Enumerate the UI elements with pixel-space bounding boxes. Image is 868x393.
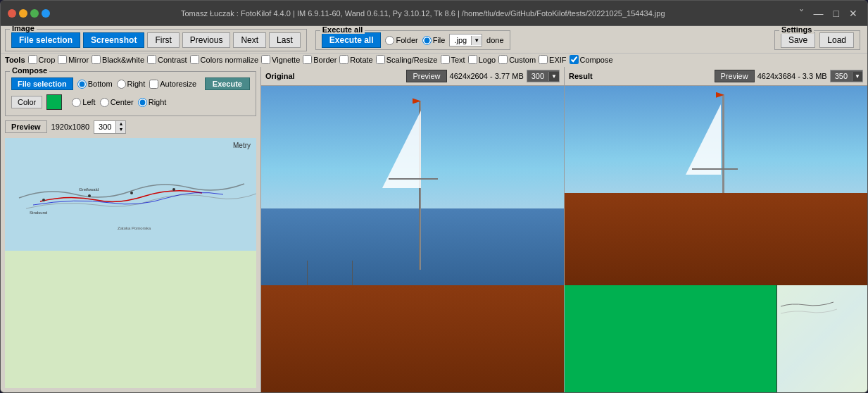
svg-rect-7 bbox=[777, 285, 867, 392]
right-align-label[interactable]: Right bbox=[149, 98, 167, 106]
dot-red bbox=[8, 9, 16, 18]
center-align-radio[interactable] bbox=[100, 98, 109, 107]
compose-spinner-down[interactable]: ▼ bbox=[116, 127, 125, 132]
original-preview-button[interactable]: Preview bbox=[406, 70, 446, 82]
compose-row-1: File selection Bottom Right Autoresize bbox=[11, 77, 250, 90]
mirror-checkbox[interactable] bbox=[58, 55, 67, 64]
left-panel: Compose File selection Bottom Right bbox=[1, 67, 261, 392]
compose-checkbox[interactable] bbox=[570, 55, 579, 64]
map-text-label: Metry bbox=[233, 142, 251, 149]
settings-group: Settings Save Load bbox=[774, 30, 860, 50]
last-button[interactable]: Last bbox=[269, 32, 301, 48]
compose-execute-button[interactable]: Execute bbox=[205, 77, 250, 90]
file-radio-label[interactable]: File bbox=[433, 36, 446, 44]
exif-checkbox[interactable] bbox=[539, 55, 548, 64]
result-panel-controls: Preview 4624x3684 - 3.3 MB 350 ▼ bbox=[715, 70, 863, 82]
rotate-checkbox[interactable] bbox=[339, 55, 348, 64]
compose-spinner[interactable]: 300 ▲ ▼ bbox=[94, 120, 126, 134]
custom-checkbox[interactable] bbox=[498, 55, 508, 64]
left-align-label[interactable]: Left bbox=[82, 98, 95, 106]
vignette-checkbox[interactable] bbox=[261, 55, 270, 64]
result-spinner-arrow-icon[interactable]: ▼ bbox=[852, 72, 862, 81]
right-radio[interactable] bbox=[117, 80, 126, 89]
close-button[interactable]: ✕ bbox=[846, 6, 860, 20]
bottom-section: Compose File selection Bottom Right bbox=[1, 67, 867, 392]
autoresize-label[interactable]: Autoresize bbox=[160, 80, 196, 88]
bottom-radio[interactable] bbox=[77, 80, 87, 89]
blackwhite-label[interactable]: Black&white bbox=[102, 56, 144, 64]
save-button[interactable]: Save bbox=[781, 32, 815, 48]
logo-checkbox[interactable] bbox=[468, 55, 477, 64]
crop-checkbox-item: Crop bbox=[28, 55, 56, 64]
svg-point-1 bbox=[88, 194, 91, 197]
compose-checkbox-item: Compose bbox=[570, 55, 613, 64]
file-radio[interactable] bbox=[422, 36, 432, 45]
logo-label[interactable]: Logo bbox=[479, 56, 496, 64]
compose-spinner-up[interactable]: ▲ bbox=[116, 121, 125, 127]
scaling-checkbox[interactable] bbox=[376, 55, 385, 64]
result-preview-button[interactable]: Preview bbox=[715, 70, 755, 82]
folder-radio-label[interactable]: Folder bbox=[396, 36, 417, 44]
rotate-label[interactable]: Rotate bbox=[350, 56, 372, 64]
svg-point-3 bbox=[172, 188, 175, 191]
original-spinner-arrow-icon[interactable]: ▼ bbox=[548, 72, 559, 81]
map-svg: Stralsund Greifswald Zatoka Pomorska bbox=[5, 138, 256, 388]
center-align-label[interactable]: Center bbox=[111, 98, 134, 106]
folder-radio[interactable] bbox=[385, 36, 394, 45]
compose-file-selection-button[interactable]: File selection bbox=[11, 77, 73, 90]
colorsnorm-checkbox[interactable] bbox=[190, 55, 199, 64]
file-format-select[interactable]: .jpg ▼ bbox=[449, 34, 482, 46]
left-align-radio[interactable] bbox=[72, 98, 81, 107]
scaling-label[interactable]: Scaling/Resize bbox=[386, 56, 438, 64]
right-radio-label[interactable]: Right bbox=[127, 80, 146, 88]
compose-label[interactable]: Compose bbox=[580, 56, 613, 64]
original-spinner[interactable]: 300 ▼ bbox=[527, 70, 560, 82]
exif-label[interactable]: EXIF bbox=[549, 56, 566, 64]
vignette-label[interactable]: Vignette bbox=[272, 56, 300, 64]
original-panel-title: Original bbox=[265, 72, 295, 80]
crop-label[interactable]: Crop bbox=[39, 56, 56, 64]
file-radio-item: File bbox=[422, 36, 446, 45]
mirror-label[interactable]: Mirror bbox=[68, 56, 89, 64]
execute-all-label: Execute all bbox=[320, 26, 365, 34]
border-label[interactable]: Border bbox=[313, 56, 336, 64]
bottom-radio-label[interactable]: Bottom bbox=[88, 80, 113, 88]
screenshot-button[interactable]: Screenshot bbox=[83, 32, 144, 48]
load-button[interactable]: Load bbox=[819, 32, 854, 48]
blackwhite-checkbox[interactable] bbox=[92, 55, 101, 64]
preview-label[interactable]: Preview bbox=[5, 120, 47, 133]
right-align-radio[interactable] bbox=[138, 98, 147, 107]
chevron-down-icon[interactable]: ˅ bbox=[796, 6, 807, 20]
result-boom bbox=[692, 168, 738, 170]
compose-spinner-value: 300 bbox=[94, 121, 115, 132]
colorsnorm-label[interactable]: Colors normalize bbox=[201, 56, 259, 64]
crop-checkbox[interactable] bbox=[28, 55, 37, 64]
file-selection-button[interactable]: File selection bbox=[11, 32, 80, 48]
result-spinner[interactable]: 350 ▼ bbox=[830, 70, 863, 82]
svg-text:Greifswald: Greifswald bbox=[79, 187, 99, 192]
original-panel-header: Original Preview 4624x2604 - 3.77 MB 300… bbox=[261, 67, 564, 86]
svg-point-0 bbox=[42, 199, 45, 201]
tools-label: Tools bbox=[5, 56, 25, 64]
result-map-svg bbox=[777, 285, 867, 392]
text-label[interactable]: Text bbox=[451, 56, 465, 64]
original-spinner-value: 300 bbox=[527, 70, 548, 82]
execute-all-button[interactable]: Execute all bbox=[322, 32, 382, 48]
custom-label[interactable]: Custom bbox=[509, 56, 536, 64]
boom-layer bbox=[389, 178, 438, 180]
text-checkbox[interactable] bbox=[441, 55, 450, 64]
result-deck bbox=[565, 193, 867, 285]
map-thumbnail-container: Stralsund Greifswald Zatoka Pomorska Met… bbox=[5, 138, 256, 388]
maximize-button[interactable]: □ bbox=[831, 6, 842, 20]
next-button[interactable]: Next bbox=[233, 32, 266, 48]
border-checkbox[interactable] bbox=[303, 55, 312, 64]
color-button[interactable]: Color bbox=[11, 96, 42, 108]
first-button[interactable]: First bbox=[147, 32, 179, 48]
contrast-label[interactable]: Contrast bbox=[158, 56, 187, 64]
file-format-arrow-icon[interactable]: ▼ bbox=[471, 36, 482, 45]
minimize-button[interactable]: — bbox=[811, 6, 826, 20]
contrast-checkbox[interactable] bbox=[147, 55, 156, 64]
autoresize-checkbox[interactable] bbox=[149, 80, 158, 89]
color-swatch[interactable] bbox=[46, 94, 62, 110]
previous-button[interactable]: Previous bbox=[182, 32, 231, 48]
